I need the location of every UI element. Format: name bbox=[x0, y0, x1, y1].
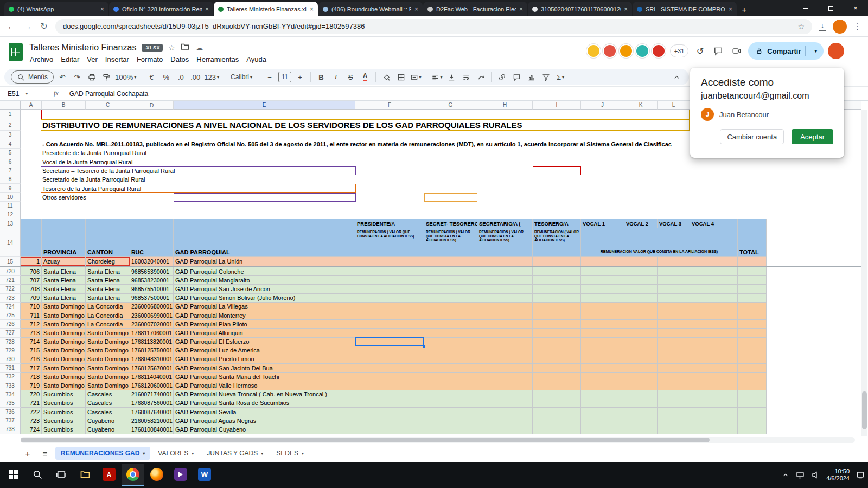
cell[interactable] bbox=[690, 285, 738, 293]
column-header-E[interactable]: E bbox=[174, 101, 355, 110]
cell[interactable]: GAD Parroquial Santa Maria del Toachi bbox=[174, 373, 355, 381]
cell[interactable] bbox=[477, 294, 533, 303]
cell[interactable]: 724 bbox=[21, 425, 42, 434]
cell[interactable] bbox=[533, 390, 581, 399]
cell[interactable] bbox=[690, 311, 738, 320]
tab-close-icon[interactable]: × bbox=[205, 5, 209, 13]
browser-tab[interactable]: SRI - SISTEMA DE COMPROBA× bbox=[633, 2, 737, 16]
account-avatar[interactable] bbox=[828, 43, 844, 59]
browser-tab[interactable]: Oficio N° 328 Información Rem× bbox=[109, 2, 213, 16]
print-button[interactable] bbox=[86, 70, 98, 84]
cell[interactable]: 723 bbox=[21, 416, 42, 425]
cell[interactable] bbox=[581, 329, 624, 337]
collaborators-overflow-badge[interactable]: +31 bbox=[670, 44, 689, 57]
row-number[interactable]: 728 bbox=[0, 338, 21, 346]
vertical-scrollbar-thumb[interactable] bbox=[862, 391, 867, 429]
column-header-B[interactable]: B bbox=[42, 101, 86, 110]
cell[interactable] bbox=[477, 390, 533, 399]
functions-button[interactable]: Σ▾ bbox=[554, 70, 566, 84]
decrease-font-size-button[interactable]: − bbox=[264, 70, 276, 84]
cell[interactable]: 2160058210001 bbox=[130, 416, 174, 425]
cell[interactable] bbox=[424, 408, 477, 416]
column-header-J[interactable]: J bbox=[581, 101, 624, 110]
cell[interactable] bbox=[355, 294, 424, 303]
horizontal-align-button[interactable]: ▾ bbox=[431, 70, 443, 84]
cell[interactable] bbox=[738, 364, 767, 373]
cell[interactable] bbox=[355, 346, 424, 355]
cell[interactable] bbox=[424, 399, 477, 408]
share-button[interactable]: Compartir ▾ bbox=[748, 42, 824, 60]
cell[interactable] bbox=[658, 355, 690, 364]
text-rotation-button[interactable] bbox=[475, 70, 487, 84]
cell[interactable] bbox=[658, 294, 690, 303]
cell[interactable]: Santa Elena bbox=[86, 285, 130, 293]
cell[interactable]: GAD Parroquial Luz de America bbox=[174, 346, 355, 355]
window-close-button[interactable]: × bbox=[843, 0, 868, 16]
cell[interactable] bbox=[658, 390, 690, 399]
cell[interactable]: GAD Parroquial El Esfuerzo bbox=[174, 338, 355, 346]
cell[interactable]: GAD Parroquial Plan Piloto bbox=[174, 320, 355, 329]
cell[interactable] bbox=[738, 257, 767, 266]
cell[interactable] bbox=[581, 373, 624, 381]
row-number[interactable]: 9 bbox=[0, 184, 21, 193]
cell[interactable]: REMUNERACION ( VALOR QUE CONSTA EN LA AF… bbox=[355, 228, 424, 257]
cell[interactable] bbox=[174, 219, 355, 228]
cell[interactable] bbox=[477, 276, 533, 285]
browser-tab[interactable]: (4) WhatsApp× bbox=[4, 2, 108, 16]
cell[interactable]: La Concordia bbox=[86, 303, 130, 311]
cell[interactable] bbox=[355, 355, 424, 364]
bookmark-star-icon[interactable]: ☆ bbox=[797, 22, 805, 31]
start-button[interactable] bbox=[2, 464, 25, 486]
cell[interactable] bbox=[624, 338, 658, 346]
undo-button[interactable]: ↶ bbox=[56, 70, 68, 84]
row-number[interactable]: 12 bbox=[0, 210, 21, 219]
cell[interactable]: Sucumbios bbox=[42, 425, 86, 434]
star-icon[interactable]: ☆ bbox=[168, 43, 175, 52]
row-number[interactable]: 725 bbox=[0, 311, 21, 320]
cell[interactable]: 1768100840001 bbox=[130, 425, 174, 434]
cell[interactable] bbox=[738, 355, 767, 364]
insert-chart-button[interactable] bbox=[525, 70, 537, 84]
cell[interactable] bbox=[738, 311, 767, 320]
taskbar-search-button[interactable] bbox=[26, 464, 49, 486]
forward-icon[interactable]: → bbox=[23, 22, 33, 31]
cell[interactable] bbox=[658, 408, 690, 416]
cell[interactable] bbox=[581, 381, 624, 390]
row-number[interactable]: 732 bbox=[0, 373, 21, 381]
cell[interactable] bbox=[624, 329, 658, 337]
cell[interactable] bbox=[624, 267, 658, 276]
cell[interactable] bbox=[690, 338, 738, 346]
cell[interactable]: 716 bbox=[21, 355, 42, 364]
cell[interactable] bbox=[355, 311, 424, 320]
cell[interactable] bbox=[533, 373, 581, 381]
cell[interactable] bbox=[690, 390, 738, 399]
cell[interactable] bbox=[658, 399, 690, 408]
cell[interactable] bbox=[424, 338, 477, 346]
row-number[interactable]: 8 bbox=[0, 175, 21, 184]
row-number[interactable]: 729 bbox=[0, 346, 21, 355]
cell[interactable] bbox=[624, 346, 658, 355]
cell[interactable] bbox=[533, 381, 581, 390]
menus-search-button[interactable]: Menús bbox=[11, 70, 54, 84]
borders-button[interactable] bbox=[395, 70, 407, 84]
cell[interactable] bbox=[533, 399, 581, 408]
cell[interactable] bbox=[658, 320, 690, 329]
cell[interactable] bbox=[477, 425, 533, 434]
cell[interactable]: 713 bbox=[21, 329, 42, 337]
row-number[interactable]: 5 bbox=[0, 149, 21, 157]
menu-ayuda[interactable]: Ayuda bbox=[242, 54, 270, 65]
cell[interactable] bbox=[355, 267, 424, 276]
sheet-tab[interactable]: REMUNERACIONES GAD▾ bbox=[55, 447, 150, 460]
cell[interactable] bbox=[21, 219, 42, 228]
cell[interactable] bbox=[658, 346, 690, 355]
accept-button[interactable]: Aceptar bbox=[792, 129, 833, 144]
cell[interactable] bbox=[738, 416, 767, 425]
cell[interactable] bbox=[533, 303, 581, 311]
cell[interactable]: 707 bbox=[21, 276, 42, 285]
cell[interactable] bbox=[690, 257, 738, 266]
strikethrough-button[interactable]: S bbox=[344, 70, 356, 84]
cell[interactable] bbox=[581, 355, 624, 364]
column-header-G[interactable]: G bbox=[424, 101, 477, 110]
row-number[interactable]: 731 bbox=[0, 364, 21, 373]
cell[interactable] bbox=[355, 364, 424, 373]
